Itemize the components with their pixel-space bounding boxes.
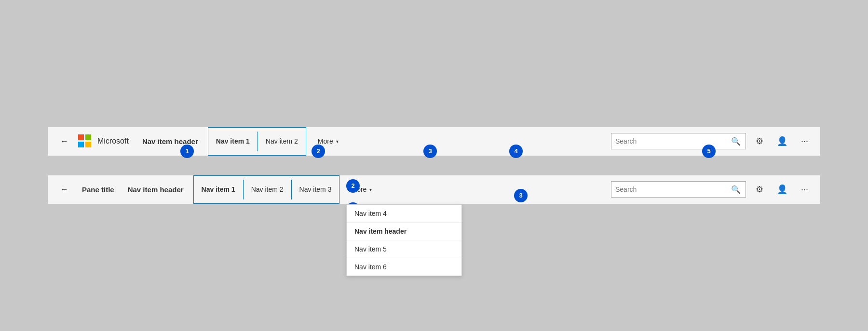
- annotation-2-3: 3: [514, 189, 528, 202]
- search-box-2: 🔍: [611, 181, 746, 198]
- ellipsis-icon-2: ···: [801, 185, 808, 195]
- nav-items-group-2: Nav item 1 Nav item 2 Nav item 3: [193, 175, 340, 204]
- dropdown-item-4[interactable]: Nav item 4: [347, 205, 461, 223]
- dropdown-item-6[interactable]: Nav item 6: [347, 258, 461, 276]
- back-button-1[interactable]: ←: [56, 134, 72, 148]
- logo-blue: [78, 142, 84, 147]
- ellipsis-icon-1: ···: [801, 136, 808, 146]
- dropdown-item-5[interactable]: Nav item 5: [347, 240, 461, 258]
- pane-title: Pane title: [78, 185, 118, 194]
- nav-item-2-bar1[interactable]: Nav item 2: [258, 128, 306, 155]
- settings-button-1[interactable]: ⚙: [752, 134, 767, 148]
- user-button-2[interactable]: 👤: [773, 182, 791, 197]
- user-icon-1: 👤: [777, 136, 787, 146]
- logo-yellow: [85, 142, 91, 147]
- dropdown-header: Nav item header: [347, 223, 461, 240]
- nav-item-3-bar2[interactable]: Nav item 3: [292, 176, 339, 203]
- settings-button-2[interactable]: ⚙: [752, 182, 767, 197]
- user-icon-2: 👤: [777, 184, 787, 195]
- search-box-1: 🔍: [611, 133, 746, 149]
- settings-icon-1: ⚙: [756, 136, 763, 146]
- nav-item-1-bar1[interactable]: Nav item 1: [208, 128, 258, 155]
- chevron-icon-1: ▾: [336, 139, 339, 144]
- nav-item-2-bar2[interactable]: Nav item 2: [244, 176, 291, 203]
- annotation-1-4: 4: [509, 145, 523, 158]
- ellipsis-button-2[interactable]: ···: [797, 183, 812, 197]
- annotation-2-2a: 2: [346, 179, 360, 193]
- annotation-1-5: 5: [702, 145, 716, 158]
- nav-item-1-bar2[interactable]: Nav item 1: [194, 176, 243, 203]
- nav-item-header-2: Nav item header: [124, 185, 188, 194]
- chevron-icon-2: ▾: [369, 187, 372, 192]
- nav-item-header-1: Nav item header: [138, 137, 202, 146]
- search-icon-btn-1[interactable]: 🔍: [730, 136, 742, 147]
- more-label-1: More: [318, 137, 333, 145]
- nav-items-group-1: Nav item 1 Nav item 2: [208, 127, 306, 156]
- ellipsis-button-1[interactable]: ···: [797, 134, 812, 148]
- more-button-1[interactable]: More ▾: [312, 137, 344, 145]
- user-button-1[interactable]: 👤: [773, 134, 791, 148]
- logo-red: [78, 134, 84, 140]
- search-icon-btn-2[interactable]: 🔍: [730, 184, 742, 195]
- back-button-2[interactable]: ←: [56, 183, 72, 197]
- logo-green: [85, 134, 91, 140]
- search-input-1[interactable]: [615, 137, 730, 145]
- annotation-1-3: 3: [423, 145, 437, 158]
- annotation-1-1: 1: [180, 145, 194, 158]
- search-input-2[interactable]: [615, 185, 730, 193]
- dropdown-menu: Nav item 4 Nav item header Nav item 5 Na…: [346, 204, 462, 276]
- annotation-1-2: 2: [312, 145, 325, 158]
- brand-name: Microsoft: [97, 137, 129, 146]
- settings-icon-2: ⚙: [756, 184, 763, 195]
- nav-bar-2: ← Pane title Nav item header Nav item 1 …: [48, 175, 820, 204]
- microsoft-logo: [78, 134, 92, 148]
